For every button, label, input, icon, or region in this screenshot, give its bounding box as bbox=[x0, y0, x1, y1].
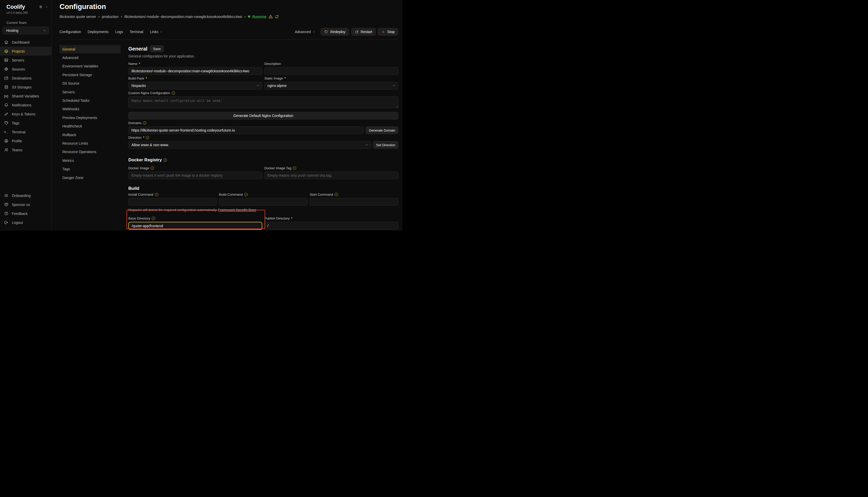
chevron-right-icon: › bbox=[98, 15, 99, 18]
static-image-select[interactable]: nginx:alpine bbox=[264, 82, 398, 89]
sidebar-item-profile[interactable]: Profile bbox=[0, 137, 52, 145]
generate-nginx-button[interactable]: Generate Default Nginx Configuration bbox=[128, 112, 398, 119]
theme-toggle-sun-icon[interactable] bbox=[39, 5, 43, 9]
sidebar-item-dashboard[interactable]: Dashboard bbox=[0, 38, 52, 47]
info-icon[interactable]: i bbox=[143, 121, 146, 125]
subnav-item-healthcheck[interactable]: Healthcheck bbox=[59, 122, 121, 130]
info-icon[interactable]: i bbox=[164, 158, 167, 162]
sidebar-item-label: Profile bbox=[12, 139, 22, 143]
variable-icon: (x) bbox=[4, 94, 9, 98]
sidebar-item-onboarding[interactable]: Onboarding bbox=[0, 191, 52, 200]
subnav-item-metrics[interactable]: Metrics bbox=[59, 156, 121, 165]
subnav-item-advanced[interactable]: Advanced bbox=[59, 53, 121, 62]
status-badge[interactable]: Running bbox=[252, 15, 266, 18]
static-image-value: nginx:alpine bbox=[267, 84, 287, 88]
sidebar-item-sponsor-us[interactable]: Sponsor us bbox=[0, 200, 52, 209]
refresh-icon[interactable] bbox=[275, 15, 279, 19]
sidebar-item-keys-tokens[interactable]: Keys & Tokens bbox=[0, 110, 52, 118]
subnav-item-resource-limits[interactable]: Resource Limits bbox=[59, 139, 121, 147]
tab-deployments[interactable]: Deployments bbox=[87, 30, 109, 34]
subnav-item-git-source[interactable]: Git Source bbox=[59, 79, 121, 88]
sidebar-item-sources[interactable]: Sources bbox=[0, 65, 52, 74]
subnav-item-webhooks[interactable]: Webhooks bbox=[59, 105, 121, 113]
stop-button[interactable]: Stop bbox=[378, 28, 398, 36]
advanced-menu[interactable]: Advanced bbox=[295, 30, 315, 34]
description-field[interactable] bbox=[264, 67, 398, 75]
build-pack-select[interactable]: Nixpacks bbox=[128, 82, 262, 89]
subnav-item-persistent-storage[interactable]: Persistent Storage bbox=[59, 71, 121, 79]
section-description: General configuration for your applicati… bbox=[128, 54, 398, 58]
info-icon[interactable]: i bbox=[151, 167, 154, 170]
server-icon bbox=[4, 58, 9, 62]
info-icon[interactable]: i bbox=[293, 167, 296, 170]
team-select[interactable]: Hosting bbox=[3, 27, 49, 34]
domains-field[interactable] bbox=[128, 126, 364, 134]
info-icon[interactable]: i bbox=[335, 193, 338, 196]
info-icon[interactable]: i bbox=[172, 91, 175, 95]
subnav-item-danger-zone[interactable]: Danger Zone bbox=[59, 173, 121, 182]
sidebar-footer: Onboarding Sponsor us Feedback Logout bbox=[0, 191, 52, 227]
custom-nginx-label: Custom Nginx Configurationi bbox=[128, 91, 398, 95]
sidebar-item-destinations[interactable]: Destinations bbox=[0, 74, 52, 83]
direction-select[interactable]: Allow www & non-www. bbox=[128, 141, 371, 149]
redeploy-button[interactable]: Redeploy bbox=[320, 28, 349, 36]
subnav-item-resource-operations[interactable]: Resource Operations bbox=[59, 148, 121, 156]
breadcrumb-project[interactable]: illicitonion quote server bbox=[59, 15, 96, 19]
set-direction-button[interactable]: Set Direction bbox=[373, 141, 398, 149]
install-command-field[interactable] bbox=[128, 198, 217, 206]
docker-image-field[interactable] bbox=[128, 172, 262, 179]
publish-directory-field[interactable] bbox=[264, 222, 398, 229]
app-logo: Coolify bbox=[6, 4, 25, 10]
sidebar-item-logout[interactable]: Logout bbox=[0, 218, 52, 227]
custom-nginx-textarea[interactable] bbox=[128, 96, 398, 108]
docker-image-tag-field[interactable] bbox=[264, 172, 398, 179]
info-icon[interactable]: i bbox=[146, 136, 149, 139]
heart-icon bbox=[4, 202, 9, 207]
breadcrumb-application[interactable]: illicitestonion/-module--decomposition:m… bbox=[124, 15, 242, 19]
chevron-right-icon: › bbox=[121, 15, 122, 18]
direction-value: Allow www & non-www. bbox=[132, 143, 169, 147]
sidebar-item-tags[interactable]: Tags bbox=[0, 118, 52, 127]
database-icon bbox=[4, 85, 9, 89]
sidebar-item-label: Onboarding bbox=[12, 194, 30, 198]
build-command-field[interactable] bbox=[219, 198, 307, 206]
generate-domain-button[interactable]: Generate Domain bbox=[366, 126, 398, 134]
sidebar-item-servers[interactable]: Servers bbox=[0, 56, 52, 65]
sidebar-item-notifications[interactable]: Notifications bbox=[0, 101, 52, 110]
tab-links-label: Links bbox=[150, 30, 159, 34]
chevron-down-icon bbox=[392, 84, 396, 87]
name-field[interactable] bbox=[128, 67, 262, 75]
framework-docs-link[interactable]: Framework Specific Docs bbox=[218, 208, 256, 212]
redeploy-label: Redeploy bbox=[330, 30, 345, 34]
subnav-item-environment-variables[interactable]: Environment Variables bbox=[59, 62, 121, 71]
start-command-field[interactable] bbox=[310, 198, 398, 206]
subnav-item-general[interactable]: General bbox=[59, 45, 121, 53]
subnav-item-scheduled-tasks[interactable]: Scheduled Tasks bbox=[59, 96, 121, 105]
subnav-item-preview-deployments[interactable]: Preview Deployments bbox=[59, 113, 121, 122]
sidebar-item-s3-storages[interactable]: S3 Storages bbox=[0, 83, 52, 91]
sidebar-collapse-icon[interactable] bbox=[45, 5, 48, 9]
sidebar-item-feedback[interactable]: Feedback bbox=[0, 209, 52, 218]
sidebar-item-label: Terminal bbox=[12, 130, 25, 134]
sidebar-item-label: Servers bbox=[12, 58, 24, 62]
sidebar-item-projects[interactable]: Projects bbox=[0, 47, 52, 56]
warning-icon[interactable] bbox=[268, 14, 273, 19]
sidebar-item-terminal[interactable]: >_ Terminal bbox=[0, 127, 52, 137]
save-button[interactable]: Save bbox=[150, 45, 164, 52]
tab-logs[interactable]: Logs bbox=[115, 30, 123, 34]
breadcrumb-environment[interactable]: production bbox=[102, 15, 119, 19]
subnav-item-servers[interactable]: Servers bbox=[59, 88, 121, 96]
subnav-item-rollback[interactable]: Rollback bbox=[59, 130, 121, 139]
base-directory-field[interactable] bbox=[128, 222, 262, 230]
breadcrumb: illicitonion quote server › production ›… bbox=[59, 14, 398, 19]
sidebar-item-teams[interactable]: Teams bbox=[0, 145, 52, 154]
restart-button[interactable]: Restart bbox=[351, 28, 376, 36]
tab-configuration[interactable]: Configuration bbox=[59, 30, 81, 34]
tab-terminal[interactable]: Terminal bbox=[129, 30, 143, 34]
sidebar-item-shared-variables[interactable]: (x) Shared Variables bbox=[0, 91, 52, 101]
subnav-item-tags[interactable]: Tags bbox=[59, 165, 121, 173]
info-icon[interactable]: i bbox=[155, 193, 159, 196]
tab-links[interactable]: Links bbox=[150, 30, 163, 34]
info-icon[interactable]: i bbox=[152, 217, 155, 220]
info-icon[interactable]: i bbox=[244, 193, 248, 196]
